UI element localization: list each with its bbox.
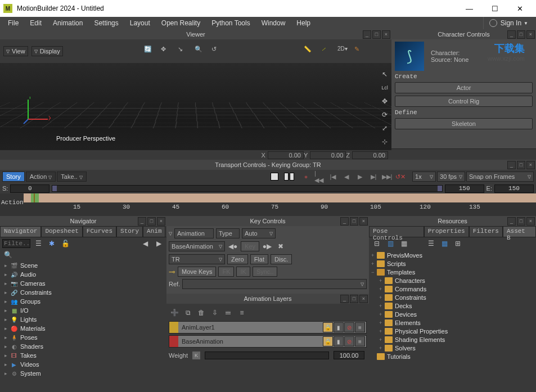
charctrl-scrollbar[interactable] [391,148,536,159]
charctrl-max-icon[interactable]: □ [517,30,525,39]
zoom-icon[interactable]: 🔍 [195,46,206,57]
resource-item[interactable]: +Scripts [369,259,536,268]
layer-dropdown[interactable]: BaseAnimation▽ [169,241,225,251]
frame-prev-icon[interactable] [284,173,289,181]
menu-animation[interactable]: Animation [47,19,88,27]
tab-filters[interactable]: Filters [469,226,503,237]
expand-icon[interactable]: ▸ [4,272,10,277]
loop-icon[interactable]: ↺✕ [395,172,406,181]
tree-item[interactable]: ▸⚙System [0,369,166,378]
coord-x[interactable]: 0.00 [268,151,304,159]
tree-item[interactable]: ▸🔴Materials [0,324,166,333]
viewer-max-icon[interactable]: □ [372,30,381,39]
tree-view-icon[interactable]: ⊟ [371,238,382,249]
charctrl-min-icon[interactable]: _ [507,30,516,39]
layer-solo-icon[interactable]: ⊘ [344,322,354,332]
resource-item[interactable]: +Solvers [369,344,536,352]
resource-item[interactable]: +Physical Properties [369,327,536,335]
end-frame-input[interactable] [494,184,534,193]
transport-min-icon[interactable]: _ [507,161,516,169]
prev-key-icon[interactable]: ◀● [227,241,238,252]
res-max-icon[interactable]: □ [517,217,525,226]
tree-item[interactable]: ▸▶Videos [0,360,166,369]
maximize-button[interactable]: ☐ [482,0,507,17]
skeleton-tool-icon[interactable]: ⊹ [379,136,390,147]
layer-item[interactable]: BaseAnimation🔒▮⊘≡ [169,335,367,348]
resource-item[interactable]: +Devices [369,310,536,318]
story-tab[interactable]: Story [2,172,25,182]
tree-item[interactable]: ▸🔗Constraints [0,288,166,297]
resource-item[interactable]: +Commands [369,285,536,293]
tree-item[interactable]: ▸👥Groups [0,297,166,306]
local-tool-icon[interactable]: Lcl [379,82,390,93]
tree-item[interactable]: ▸🎬Scene [0,261,166,270]
expand-icon[interactable]: ▸ [4,362,10,367]
ik-button[interactable]: IK [236,267,250,277]
merge-down-icon[interactable]: ⇩ [209,307,220,318]
resource-item[interactable]: +Constraints [369,293,536,301]
expand-icon[interactable]: ▸ [4,335,10,340]
action-tab[interactable]: Action ▽ [26,172,56,182]
expand-icon[interactable]: + [379,312,385,317]
record-icon[interactable]: ● [301,172,311,181]
take-dropdown[interactable]: Take.. ▽ [57,172,86,182]
resource-item[interactable]: +Decks [369,301,536,310]
scale-tool-icon[interactable]: ⤢ [379,123,390,134]
expand-icon[interactable]: + [379,328,385,334]
delete-key-icon[interactable]: ✖ [275,241,286,252]
ruler-icon[interactable]: 📏 [304,46,315,57]
tab-asset-browser[interactable]: Asset B [503,226,536,237]
lock-icon[interactable]: 🔓 [60,238,71,249]
fk-button[interactable]: FK [218,267,234,277]
2d-toggle-icon[interactable]: 2D▾ [337,46,349,57]
kc-min-icon[interactable]: _ [340,217,349,226]
trajectory-icon[interactable]: ⟋ [321,46,332,57]
resource-item[interactable]: +Characters [369,276,536,285]
expand-icon[interactable]: ▸ [4,317,10,322]
fps-dropdown[interactable]: 30 fps▽ [437,172,465,182]
expand-icon[interactable]: + [379,345,385,351]
expand-icon[interactable]: ▸ [4,263,10,268]
expand-icon[interactable]: + [371,261,377,267]
split-view-icon[interactable]: ▥ [385,238,396,249]
animation-dropdown[interactable]: Animation [174,228,214,238]
expand-icon[interactable]: + [379,337,385,343]
tab-dopesheet[interactable]: Dopesheet [41,226,82,237]
resource-item[interactable]: −Templates [369,268,536,276]
tree-item[interactable]: ▸◐Shaders [0,342,166,351]
tree-item[interactable]: ▸🔊Audio [0,270,166,279]
resource-item[interactable]: +Shading Elements [369,335,536,344]
type-dropdown[interactable]: Auto▽ [242,228,276,238]
roll-icon[interactable]: ↺ [211,46,223,57]
weight-input[interactable] [334,351,364,359]
small-icons-icon[interactable]: ⊞ [452,238,463,249]
weight-slider[interactable] [205,352,329,359]
kc-close-icon[interactable]: × [359,217,368,226]
resource-item[interactable]: +PrevisMoves [369,251,536,259]
grid-view-icon[interactable]: ▦ [398,238,409,249]
tab-fcurves[interactable]: FCurves [83,226,116,237]
tree-item[interactable]: ▸💡Lights [0,315,166,324]
actor-button[interactable]: Actor [395,82,533,93]
viewer-min-icon[interactable]: _ [363,30,371,39]
list-mode-icon[interactable]: ☰ [33,238,44,249]
large-icons-icon[interactable]: ▦ [439,238,450,249]
expand-icon[interactable]: + [379,278,385,283]
layer-lock-icon[interactable]: 🔒 [323,336,333,346]
expand-icon[interactable]: ▸ [4,290,10,295]
layer-lock-icon[interactable]: 🔒 [323,322,333,332]
play-back-icon[interactable]: ◀ [341,172,352,181]
tr-dropdown[interactable]: TR▽ [169,254,225,264]
expand-icon[interactable]: ▸ [4,308,10,313]
menu-help[interactable]: Help [291,19,316,27]
move-tool-icon[interactable]: ✥ [379,96,390,107]
al-max-icon[interactable]: □ [350,295,358,303]
movekeys-button[interactable]: Move Keys [178,267,216,277]
menu-layout[interactable]: Layout [124,19,156,27]
frame-next-icon[interactable] [290,173,294,181]
res-min-icon[interactable]: _ [507,217,516,226]
layer-solo-icon[interactable]: ⊘ [344,336,354,346]
step-fwd-icon[interactable]: ▶| [368,172,379,181]
charctrl-close-icon[interactable]: × [526,30,535,39]
navigator-tree[interactable]: ▸🎬Scene▸🔊Audio▸📷Cameras▸🔗Constraints▸👥Gr… [0,260,166,382]
